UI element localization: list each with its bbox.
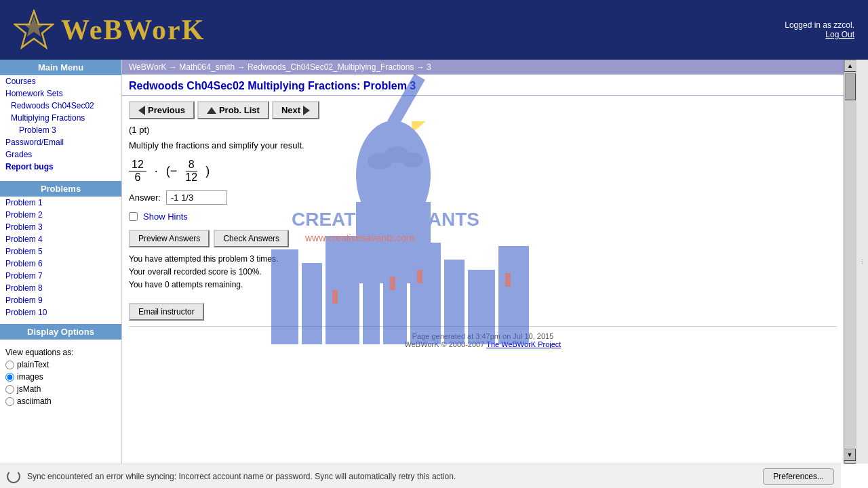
answer-input[interactable] — [166, 190, 227, 205]
show-hints-checkbox[interactable] — [129, 212, 138, 221]
check-answers-button[interactable]: Check Answers — [214, 230, 289, 247]
fraction-1: 12 6 — [129, 159, 146, 184]
problem-title: Redwoods Ch04Sec02 Multiplying Fractions… — [122, 75, 844, 96]
radio-images-input[interactable] — [5, 373, 14, 382]
display-options-title: Display Options — [0, 324, 121, 340]
sidebar: Main Menu Courses Homework Sets Redwoods… — [0, 60, 122, 464]
preview-answers-button[interactable]: Preview Answers — [129, 230, 210, 247]
scroll-up-arrow[interactable]: ▲ — [844, 60, 856, 72]
footer-project-link[interactable]: The WeBWorK Project — [486, 340, 561, 348]
bottom-right-arrow[interactable]: ▼ — [844, 449, 856, 461]
sidebar-problem-10[interactable]: Problem 10 — [0, 306, 121, 319]
radio-plain-text-input[interactable] — [5, 361, 14, 369]
main-menu-title: Main Menu — [0, 60, 121, 75]
points-label: (1 pt) — [129, 125, 837, 135]
main-layout: Main Menu Courses Homework Sets Redwoods… — [0, 60, 868, 464]
status-line-1: You have attempted this problem 3 times. — [129, 253, 837, 266]
header: WeBWorK Logged in as zzcol. Log Out — [0, 0, 868, 60]
fraction-2: 8 12 — [182, 159, 200, 184]
next-arrow-icon — [303, 106, 310, 115]
sidebar-problem-6[interactable]: Problem 6 — [0, 258, 121, 270]
action-buttons: Preview Answers Check Answers — [129, 230, 837, 247]
prob-list-icon — [207, 107, 216, 114]
sync-bar: Sync encountered an error while syncing:… — [0, 464, 841, 488]
radio-jsmath[interactable]: jsMath — [0, 383, 121, 395]
radio-jsmath-label: jsMath — [17, 384, 41, 394]
radio-plain-text[interactable]: plainText — [0, 359, 121, 371]
email-instructor-button[interactable]: Email instructor — [129, 303, 204, 321]
sidebar-item-multiplying-fractions[interactable]: Multiplying Fractions — [0, 112, 121, 124]
answer-row: Answer: — [129, 190, 837, 205]
frac2-denominator: 12 — [182, 171, 200, 184]
logo-area: WeBWorK — [14, 9, 205, 50]
logout-link[interactable]: Log Out — [825, 30, 854, 39]
status-text: You have attempted this problem 3 times.… — [129, 253, 837, 292]
radio-jsmath-input[interactable] — [5, 385, 14, 394]
sidebar-problem-4[interactable]: Problem 4 — [0, 233, 121, 245]
sidebar-item-grades[interactable]: Grades — [0, 148, 121, 161]
page-footer: Page generated at 3:47pm on Jul 10, 2015… — [129, 326, 837, 354]
footer-copyright: WeBWorK © 2000-2007 The WeBWorK Project — [129, 340, 837, 348]
site-title: WeBWorK — [61, 14, 205, 46]
radio-asciimath-input[interactable] — [5, 397, 14, 406]
sidebar-problem-8[interactable]: Problem 8 — [0, 282, 121, 294]
frac2-numerator: 8 — [186, 159, 197, 171]
sidebar-item-report-bugs[interactable]: Report bugs — [0, 161, 121, 173]
sidebar-item-courses[interactable]: Courses — [0, 75, 121, 87]
sync-message: Sync encountered an error while syncing:… — [27, 472, 756, 481]
radio-images[interactable]: images — [0, 371, 121, 383]
sidebar-problem-9[interactable]: Problem 9 — [0, 294, 121, 306]
nav-buttons: Previous Prob. List Next — [122, 96, 844, 125]
frac2-open-paren: (− — [166, 164, 178, 178]
next-label: Next — [281, 105, 300, 115]
scroll-thumb[interactable] — [845, 73, 856, 100]
frac1-numerator: 12 — [129, 159, 146, 171]
dots-area: ··· ▼ — [856, 60, 868, 464]
radio-asciimath[interactable]: asciimath — [0, 395, 121, 407]
problem-content: (1 pt) Multiply the fractions and simpli… — [122, 125, 844, 361]
math-display: 12 6 · (− 8 12 ) — [129, 159, 837, 184]
sidebar-problem-2[interactable]: Problem 2 — [0, 209, 121, 221]
scroll-track — [844, 72, 856, 451]
sidebar-problem-7[interactable]: Problem 7 — [0, 270, 121, 282]
sidebar-item-password-email[interactable]: Password/Email — [0, 136, 121, 148]
radio-asciimath-label: asciimath — [17, 396, 52, 406]
header-user-info: Logged in as zzcol. Log Out — [785, 20, 854, 39]
sidebar-item-redwoods-ch04[interactable]: Redwoods Ch04Sec02 — [0, 100, 121, 112]
radio-plain-text-label: plainText — [17, 360, 49, 369]
three-dots-icon: ··· — [859, 259, 866, 264]
sidebar-problem-3[interactable]: Problem 3 — [0, 221, 121, 233]
previous-button[interactable]: Previous — [129, 101, 195, 119]
previous-arrow-icon — [138, 106, 145, 115]
show-hints-label: Show Hints — [143, 211, 188, 222]
problem-statement: Multiply the fractions and simplify your… — [129, 140, 837, 150]
logged-in-text: Logged in as zzcol. — [785, 20, 854, 30]
status-line-2: Your overall recorded score is 100%. — [129, 266, 837, 279]
prob-list-button[interactable]: Prob. List — [197, 101, 269, 119]
hints-row: Show Hints — [129, 211, 837, 222]
sidebar-problem-5[interactable]: Problem 5 — [0, 245, 121, 258]
answer-label: Answer: — [129, 192, 161, 203]
right-scrollbar: ▲ ▼ — [844, 60, 856, 464]
footer-generated: Page generated at 3:47pm on Jul 10, 2015 — [129, 332, 837, 340]
webwork-logo-icon — [14, 9, 54, 50]
status-line-3: You have 0 attempts remaining. — [129, 279, 837, 291]
previous-label: Previous — [148, 105, 185, 115]
multiply-operator: · — [155, 164, 158, 178]
problems-section-title: Problems — [0, 181, 121, 197]
sidebar-problem-1[interactable]: Problem 1 — [0, 197, 121, 209]
display-options: View equations as: plainText images jsMa… — [0, 345, 121, 407]
breadcrumb: WeBWorK → Math064_smith → Redwoods_Ch04S… — [122, 60, 844, 75]
sidebar-item-problem3[interactable]: Problem 3 — [0, 124, 121, 136]
frac1-denominator: 6 — [132, 171, 143, 184]
frac2-close-paren: ) — [205, 164, 210, 178]
content-area: WeBWorK → Math064_smith → Redwoods_Ch04S… — [122, 60, 844, 464]
view-equations-label: View equations as: — [0, 345, 121, 359]
next-button[interactable]: Next — [272, 101, 319, 119]
preferences-button[interactable]: Preferences... — [763, 468, 834, 485]
radio-images-label: images — [17, 372, 43, 382]
sync-spinner-icon — [7, 470, 20, 483]
prob-list-label: Prob. List — [219, 105, 260, 115]
sidebar-item-homework-sets[interactable]: Homework Sets — [0, 87, 121, 100]
